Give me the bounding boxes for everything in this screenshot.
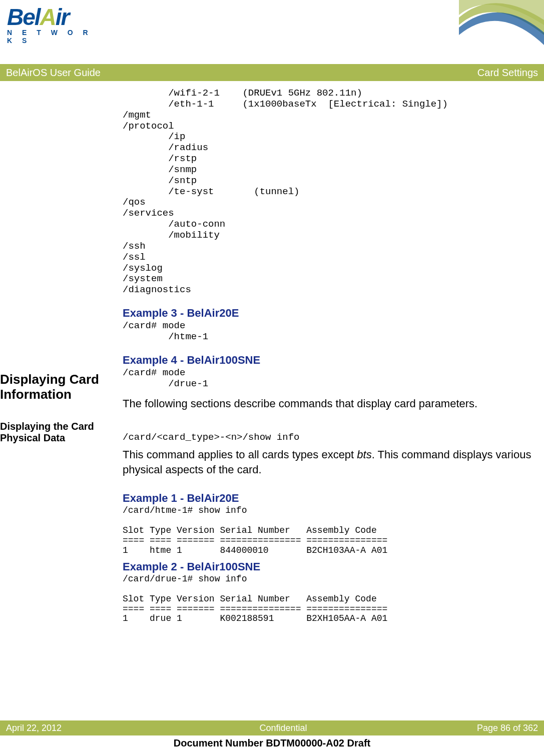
section2-heading: Displaying the Card Physical Data <box>0 421 118 444</box>
logo-networks: N E T W O R K S <box>7 29 102 45</box>
section1-body: The following sections describe commands… <box>123 396 538 411</box>
footer-date: April 22, 2012 <box>0 720 123 735</box>
footer-bar: April 22, 2012 Confidential Page 86 of 3… <box>0 720 544 735</box>
header-bar: BelAirOS User Guide Card Settings <box>0 64 544 81</box>
swoosh-graphic <box>459 0 544 63</box>
example2b-code: /card/drue-1# show info Slot Type Versio… <box>123 574 538 624</box>
section2-body-em: bts <box>357 448 371 461</box>
logo-text: BelAir <box>7 7 102 28</box>
example4-code: /card# mode /drue-1 <box>123 368 538 390</box>
mode-tree: /wifi-2-1 (DRUEv1 5GHz 802.11n) /eth-1-1… <box>123 88 538 296</box>
right-column: /wifi-2-1 (DRUEv1 5GHz 802.11n) /eth-1-1… <box>123 88 538 624</box>
logo-ir: ir <box>56 4 69 30</box>
logo-bel: Bel <box>7 4 40 30</box>
logo: BelAir N E T W O R K S <box>7 7 102 45</box>
example3-heading: Example 3 - BelAir20E <box>123 307 538 320</box>
example1b-heading: Example 1 - BelAir20E <box>123 492 538 505</box>
example1b-code: /card/htme-1# show info Slot Type Versio… <box>123 506 538 555</box>
example2b-heading: Example 2 - BelAir100SNE <box>123 560 538 573</box>
section2-body-pre: This command applies to all cards types … <box>123 448 357 461</box>
section1-heading-box: Displaying Card Information <box>0 372 118 402</box>
footer-page: Page 86 of 362 <box>444 720 544 735</box>
section2-heading-box: Displaying the Card Physical Data <box>0 421 118 444</box>
section2-cmd: /card/<card_type>-<n>/show info <box>123 432 538 443</box>
example3-code: /card# mode /htme-1 <box>123 321 538 343</box>
content: /wifi-2-1 (DRUEv1 5GHz 802.11n) /eth-1-1… <box>0 88 544 624</box>
logo-a: A <box>40 4 56 30</box>
document-number: Document Number BDTM00000-A02 Draft <box>0 737 544 749</box>
header-right: Card Settings <box>477 67 538 79</box>
header-left: BelAirOS User Guide <box>6 67 101 79</box>
section2-body: This command applies to all cards types … <box>123 447 538 477</box>
footer-confidential: Confidential <box>123 720 444 735</box>
section1-heading: Displaying Card Information <box>0 372 118 402</box>
example4-heading: Example 4 - BelAir100SNE <box>123 354 538 367</box>
